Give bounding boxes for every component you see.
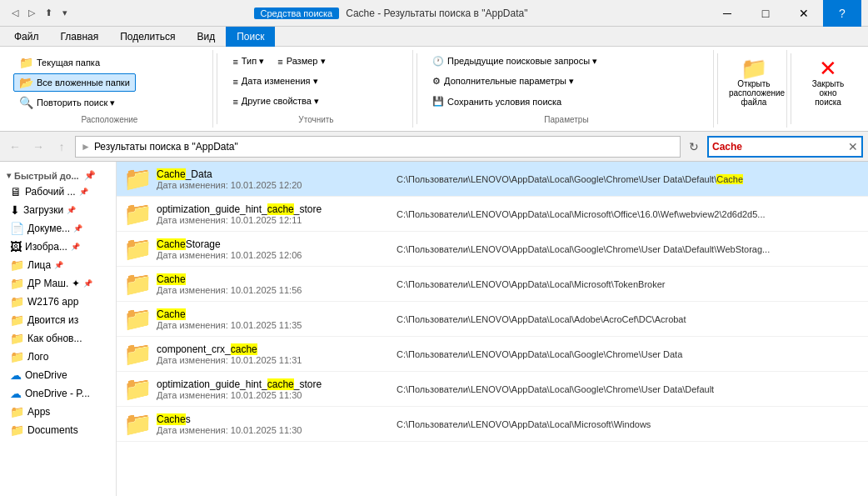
folder-icon: 📁 <box>123 340 150 368</box>
props-icon: ≡ <box>232 97 237 107</box>
address-bar[interactable]: ► Результаты поиска в "AppData" <box>75 136 681 158</box>
current-folder-button[interactable]: 📁 Текущая папка <box>13 53 106 72</box>
sidebar-item-downloads-label: Загрузки <box>23 204 63 216</box>
file-name: component_crx_cache <box>157 343 390 355</box>
tab-home[interactable]: Главная <box>50 27 110 47</box>
sidebar-item-onedrive[interactable]: ☁ OneDrive <box>0 366 116 384</box>
qat-back[interactable]: ◁ <box>7 5 23 22</box>
w2176-icon: 📁 <box>10 295 24 308</box>
sidebar-item-downloads[interactable]: ⬇ Загрузки 📌 <box>0 201 116 219</box>
file-date: Дата изменения: 10.01.2025 11:56 <box>157 285 390 295</box>
tab-view[interactable]: Вид <box>186 27 226 47</box>
file-path: C:\Пользователи\LENOVO\AppData\Local\Mic… <box>397 279 861 289</box>
pin-marker4: 📌 <box>71 243 80 251</box>
onedrive-icon: ☁ <box>10 368 22 382</box>
sidebar-item-pictures[interactable]: 🖼 Изобра... 📌 <box>0 238 116 256</box>
onedrive-p-icon: ☁ <box>10 387 22 400</box>
other-props-button[interactable]: ≡ Другие свойства ▾ <box>227 93 325 109</box>
file-name: optimization_guide_hint_cache_store <box>157 378 390 390</box>
pin-marker5: 📌 <box>54 261 63 269</box>
table-row[interactable]: 📁 Cache_Data Дата изменения: 10.01.2025 … <box>117 162 868 197</box>
sidebar-item-desktop[interactable]: 🖥 Рабочий ... 📌 <box>0 183 116 201</box>
folder-icon: 📁 <box>123 270 150 298</box>
file-name: Cache_Data <box>157 168 390 180</box>
size-button[interactable]: ≡ Размер ▾ <box>272 53 331 69</box>
refine-buttons: ≡ Тип ▾ ≡ Размер ▾ ≡ Дата изменения ▾ ≡ … <box>227 53 405 112</box>
table-row[interactable]: 📁 optimization_guide_hint_cache_store Да… <box>117 372 868 407</box>
folder-icon: 📁 <box>123 165 150 193</box>
file-name: optimization_guide_hint_cache_store <box>157 203 390 215</box>
ribbon-group-location: 📁 Текущая папка 📂 Все вложенные папки 🔍 … <box>7 50 213 128</box>
tab-file[interactable]: Файл <box>3 27 50 47</box>
open-location-button[interactable]: 📁 Открыть расположение файла <box>721 53 786 111</box>
sidebar-item-documents2-label: Documents <box>27 424 78 436</box>
table-row[interactable]: 📁 component_crx_cache Дата изменения: 10… <box>117 337 868 372</box>
sidebar-item-onedrive-p-label: OneDrive - P... <box>25 388 90 399</box>
sidebar-item-logo[interactable]: 📁 Лого <box>0 348 116 366</box>
refine-group-label: Уточнить <box>298 112 333 124</box>
save-conditions-button[interactable]: 💾 Сохранить условия поиска <box>427 93 567 109</box>
qat-forward[interactable]: ▷ <box>23 5 40 22</box>
close-button[interactable]: ✕ <box>785 0 823 27</box>
sidebar-item-how-update[interactable]: 📁 Как обнов... <box>0 329 116 348</box>
date-changed-button[interactable]: ≡ Дата изменения ▾ <box>227 73 323 89</box>
file-path: C:\Пользователи\LENOVO\AppData\Local\Goo… <box>397 244 861 254</box>
sidebar-item-doubles[interactable]: 📁 Двоится из <box>0 311 116 329</box>
nav-bar: ← → ↑ ► Результаты поиска в "AppData" ↻ … <box>0 132 868 162</box>
date-icon: ≡ <box>232 77 237 87</box>
sidebar-item-apps[interactable]: 📁 Apps <box>0 403 116 421</box>
quick-access-expand[interactable]: ▾ <box>7 171 11 180</box>
separator-3 <box>717 53 718 124</box>
clock-icon: 🕐 <box>432 56 444 67</box>
file-info: CacheStorage Дата изменения: 10.01.2025 … <box>157 238 390 260</box>
sidebar-item-w2176[interactable]: 📁 W2176 app <box>0 293 116 311</box>
sidebar-item-dr-mash[interactable]: 📁 ДР Маш. ✦ 📌 <box>0 274 116 293</box>
help-button[interactable]: ? <box>823 0 861 27</box>
pin-marker3: 📌 <box>73 224 82 233</box>
type-button[interactable]: ≡ Тип ▾ <box>227 53 270 69</box>
file-date: Дата изменения: 10.01.2025 12:20 <box>157 180 390 190</box>
prev-searches-button[interactable]: 🕐 Предыдущие поисковые запросы ▾ <box>427 53 603 69</box>
sidebar-item-faces[interactable]: 📁 Лица 📌 <box>0 256 116 274</box>
file-date: Дата изменения: 10.01.2025 12:11 <box>157 215 390 225</box>
table-row[interactable]: 📁 optimization_guide_hint_cache_store Да… <box>117 197 868 232</box>
back-button[interactable]: ← <box>5 137 25 157</box>
separator-2 <box>417 53 417 124</box>
qat-up[interactable]: ⬆ <box>40 5 57 22</box>
sidebar-item-documents2[interactable]: 📁 Documents <box>0 421 116 439</box>
desktop-icon: 🖥 <box>10 185 22 198</box>
sidebar-item-onedrive-p[interactable]: ☁ OneDrive - P... <box>0 384 116 403</box>
context-tab-label: Средства поиска <box>254 8 340 19</box>
table-row[interactable]: 📁 Cache Дата изменения: 10.01.2025 11:56… <box>117 267 868 302</box>
tab-search[interactable]: Поиск <box>226 27 275 47</box>
tab-share[interactable]: Поделиться <box>109 27 186 47</box>
sidebar-item-documents[interactable]: 📄 Докуме... 📌 <box>0 219 116 238</box>
sidebar-item-logo-label: Лого <box>27 351 48 363</box>
location-buttons: 📁 Текущая папка 📂 Все вложенные папки 🔍 … <box>13 53 206 112</box>
close-search-button[interactable]: ✕ Закрыть окно поиска <box>801 53 855 111</box>
refresh-button[interactable]: ↻ <box>684 137 704 157</box>
all-subfolders-button[interactable]: 📂 Все вложенные папки <box>13 73 136 92</box>
repeat-search-button[interactable]: 🔍 Повторить поиск ▾ <box>13 93 121 112</box>
separator-1 <box>217 53 217 124</box>
search-input[interactable] <box>709 141 845 153</box>
forward-button[interactable]: → <box>28 137 48 157</box>
pin-icon: 📌 <box>84 170 96 181</box>
file-path: C:\Пользователи\LENOVO\AppData\Local\Goo… <box>397 174 861 184</box>
search-clear-button[interactable]: ✕ <box>845 140 861 153</box>
qat-dropdown[interactable]: ▾ <box>57 5 73 22</box>
minimize-button[interactable]: ─ <box>708 0 746 27</box>
ribbon-group-open: 📁 Открыть расположение файла <box>721 50 787 128</box>
table-row[interactable]: 📁 Caches Дата изменения: 10.01.2025 11:3… <box>117 407 868 442</box>
gear-icon: ⚙ <box>432 76 441 87</box>
type-icon: ≡ <box>232 57 237 67</box>
apps-icon: 📁 <box>10 405 24 418</box>
table-row[interactable]: 📁 CacheStorage Дата изменения: 10.01.202… <box>117 232 868 267</box>
table-row[interactable]: 📁 Cache Дата изменения: 10.01.2025 11:35… <box>117 302 868 337</box>
maximize-button[interactable]: □ <box>746 0 785 27</box>
up-button[interactable]: ↑ <box>52 137 72 157</box>
search-bar[interactable]: ✕ <box>707 136 863 158</box>
quick-access-header: ▾ Быстрый до... 📌 <box>0 165 116 183</box>
file-info: Cache Дата изменения: 10.01.2025 11:56 <box>157 273 390 295</box>
advanced-params-button[interactable]: ⚙ Дополнительные параметры ▾ <box>427 73 580 89</box>
